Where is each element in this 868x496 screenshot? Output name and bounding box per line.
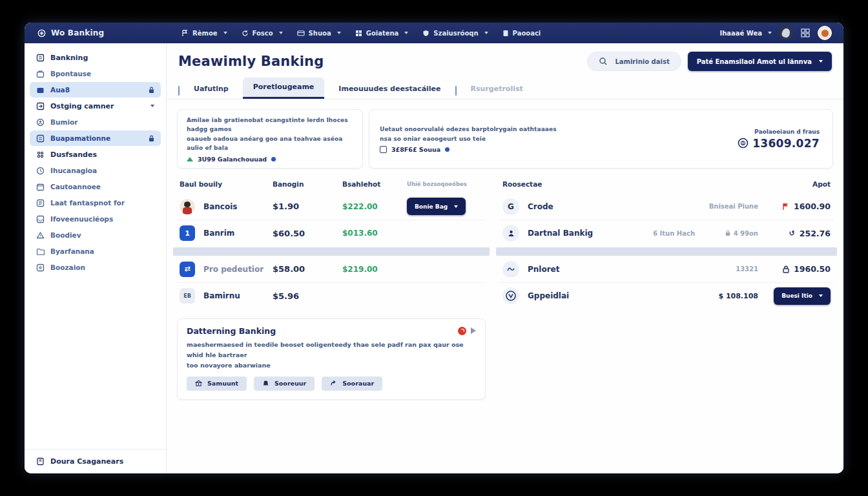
nav-item-shuoa[interactable]: Shuoa (290, 30, 348, 37)
table-row[interactable]: ⇄ Pro pedeutior $58.00 $219.00 (177, 256, 486, 283)
prospect-action-button[interactable]: Buesi Itio (774, 287, 831, 305)
page-title: Meawimly Banking (178, 54, 324, 69)
shield-icon (422, 30, 429, 37)
lock-icon (783, 265, 789, 273)
promo-button-sooreuur[interactable]: Sooreuur (254, 377, 315, 391)
sidebar-item-label: Aua8 (50, 86, 70, 94)
account-secondary: $013.60 (342, 229, 407, 238)
column-header-secondary: Bsahlehot (342, 180, 407, 188)
user-menu[interactable]: Ihaaaé Wea (719, 30, 772, 37)
avatar[interactable] (818, 26, 832, 40)
prospect-meta: 13321 (673, 265, 758, 273)
sidebar-item-label: Boozaion (50, 264, 85, 271)
card-icon (297, 30, 305, 37)
apps-grid-icon[interactable] (800, 28, 811, 38)
prospects-header-row: Roosectae Apot (500, 179, 833, 194)
column-header-prospects: Roosectae (502, 180, 812, 188)
avatar[interactable] (779, 26, 793, 40)
sidebar-item-label: Laat fantaspnot for (50, 199, 125, 207)
list-item[interactable]: G Crode Bniseai Piune 1600.90 (500, 194, 833, 220)
divider-band (496, 247, 837, 256)
prospect-name: Crode (528, 202, 553, 211)
person-icon (502, 225, 519, 242)
nav-item-szaiusroqn[interactable]: Szaiusróoqn (415, 30, 495, 37)
column-header-action: Uhié bozsoqoeóbes (407, 181, 483, 187)
tab-imeouuudes[interactable]: Imeouuudes deestacáilee (337, 79, 442, 99)
record-icon[interactable] (458, 327, 466, 335)
lock-icon (725, 230, 730, 236)
table-row[interactable]: 1 Banrim $60.50 $013.60 (177, 220, 486, 247)
bank-icon (36, 54, 45, 62)
briefcase-icon (36, 70, 45, 78)
user-menu-label: Ihaaaé Wea (719, 30, 762, 37)
wave-icon (502, 261, 519, 278)
sidebar-footer-doura-csaganears[interactable]: Doura Csaganears (25, 449, 166, 473)
promo-header: Datterning Banking (187, 326, 476, 336)
sidebar-item-bpontause[interactable]: Bpontause (30, 66, 161, 81)
notice-text: Amilae iab gratienobat ocangstinte lerdn… (187, 116, 353, 153)
list-item[interactable]: Dartnal Bankig 6 Itun Hach 4 99on ↺ 252.… (500, 220, 833, 247)
notice-link-label: 3U99 Galanchouuad (198, 156, 267, 163)
promo-button-soorauar[interactable]: Soorauar (322, 377, 382, 391)
search-button-label: Lamirinio daist (615, 58, 669, 65)
account-transfer-icon: ⇄ (180, 262, 195, 277)
sidebar-item-dusfsandes[interactable]: Dusfsandes (30, 147, 161, 162)
sidebar-item-label: Boodiev (50, 231, 81, 239)
account-action-button[interactable]: Bonie Bag (407, 198, 466, 215)
sidebar-item-laat-fantaspnot[interactable]: Laat fantaspnot for (30, 195, 161, 211)
promo-button-label: Sooreuur (274, 380, 306, 387)
transfer-icon (36, 102, 45, 110)
notice-link-1[interactable]: 3U99 Galanchouuad (187, 156, 353, 163)
sidebar-item-byarfanana[interactable]: Byarfanana (30, 243, 161, 259)
promo-card: Datterning Banking maeshermaesed in teed… (177, 318, 486, 400)
sidebar-item-boodiev[interactable]: Boodiev (30, 227, 161, 243)
prospect-name-cell: Gppeidlai (502, 287, 655, 304)
search-button[interactable]: Lamirinio daist (587, 52, 681, 71)
sidebar-item-bumior[interactable]: Bumior (30, 114, 161, 130)
prospect-amount: 1600.90 (794, 202, 831, 211)
prospect-meta: $ 108.108 (655, 292, 758, 300)
tab-uafutlnp[interactable]: Uafutlnp (192, 79, 230, 99)
tab-rsurgetrolist[interactable]: Rsurgetrolist (470, 79, 524, 99)
nav-item-label: Rèmoe (192, 30, 218, 37)
sidebar-item-label: Dusfsandes (50, 150, 97, 159)
nav-item-fosco[interactable]: Fosco (234, 30, 290, 37)
promo-button-label: Soorauar (342, 380, 374, 387)
sidebar-item-buapamationne[interactable]: Buapamationne (30, 130, 161, 146)
promo-description: maeshermaesed in teedile beoset ooligent… (187, 340, 476, 371)
primary-action-button[interactable]: Paté Enamsilaol Amot ul lännva (688, 52, 832, 71)
sidebar-item-cautoannoee[interactable]: Cautoannoee (30, 179, 161, 194)
sidebar-item-boozaion[interactable]: Boozaion (30, 260, 161, 275)
notebook-icon (36, 457, 45, 466)
sidebar-item-ostging-camner[interactable]: Ostging camner (30, 98, 161, 114)
tab-poretlougeame[interactable]: Poretlougeame (243, 78, 325, 99)
divider-band (173, 247, 490, 256)
account-secondary: $222.00 (342, 202, 407, 211)
list-item[interactable]: Pnloret 13321 1960.50 (500, 256, 833, 283)
nav-item-paooaci[interactable]: Paooaci (495, 30, 548, 37)
sidebar-item-aua8[interactable]: Aua8 (30, 82, 161, 98)
nav-item-remoe[interactable]: Rèmoe (174, 30, 234, 37)
play-icon[interactable] (471, 327, 476, 334)
table-row[interactable]: EB Bamirnu $5.96 (177, 283, 486, 309)
info-dot-icon (445, 147, 450, 152)
sidebar-item-ihucanagioa[interactable]: Ihucanagioa (30, 163, 161, 178)
promo-button-samuunt[interactable]: Samuunt (187, 377, 247, 391)
prospect-amount-cell: 1600.90 (758, 202, 831, 211)
account-name-cell: Bancois (180, 199, 273, 214)
prospect-name: Pnloret (528, 265, 560, 274)
promo-actions: Samuunt Sooreuur Soorauar (187, 377, 476, 391)
brand[interactable]: Wo Banking (25, 28, 167, 37)
notice-link-2[interactable]: 3£8F6£ Souua (380, 146, 557, 153)
sidebar-list: Bankning Bpontause Aua8 Ostging camner B… (25, 43, 166, 275)
account-balance: $60.50 (273, 229, 342, 238)
table-row[interactable]: Bancois $1.90 $222.00 Bonie Bag (177, 194, 486, 220)
account-action-cell: Bonie Bag (407, 198, 483, 215)
sidebar-item-bankning[interactable]: Bankning (30, 50, 161, 65)
nav-item-goiatena[interactable]: Goiatena (348, 30, 416, 37)
sidebar-item-ifoveenuucieops[interactable]: Ifoveenuuciéops (30, 211, 161, 227)
column-header-name: Baul bouily (180, 180, 273, 188)
account-name-cell: 1 Banrim (180, 225, 273, 241)
list-item[interactable]: Gppeidlai $ 108.108 Buesi Itio (500, 283, 833, 309)
prospect-amount: 252.76 (800, 229, 831, 238)
